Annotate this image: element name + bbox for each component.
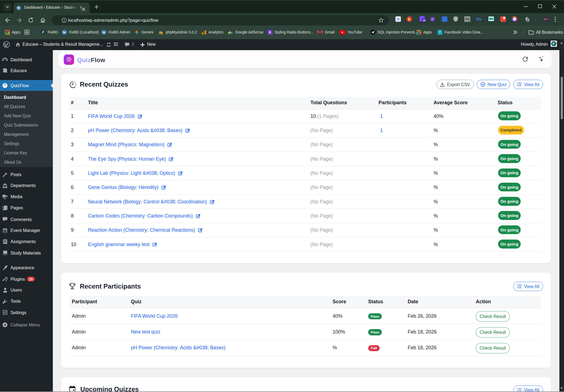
svg-text:?: ? xyxy=(68,58,70,61)
svg-text:PMA: PMA xyxy=(160,33,163,35)
svg-text:?: ? xyxy=(4,84,6,87)
